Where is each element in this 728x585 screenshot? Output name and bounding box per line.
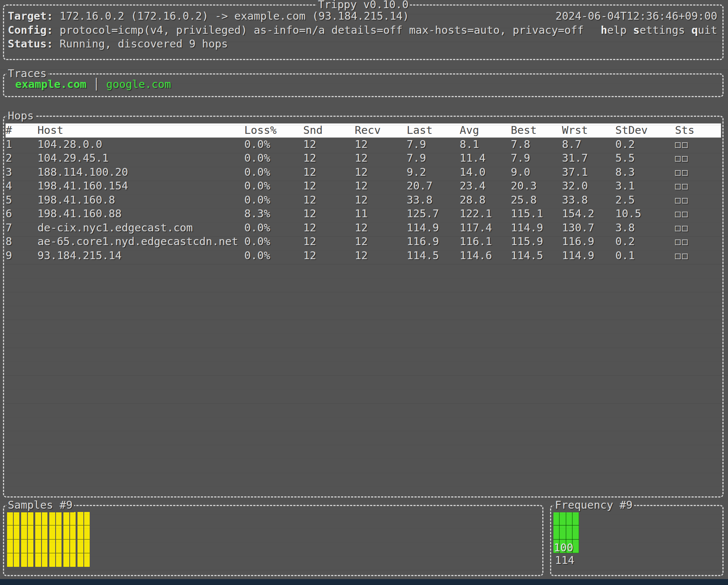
hop-cell-avg: 117.4 — [460, 221, 511, 235]
hop-cell-host: 93.184.215.14 — [37, 249, 244, 263]
trace-tab-google-com[interactable]: google.com — [106, 78, 171, 90]
hop-cell-avg: 14.0 — [460, 165, 511, 179]
clock-timestamp: 2024-06-04T12:36:46+09:00 — [556, 9, 718, 23]
hop-cell-recv: 11 — [355, 207, 407, 221]
hop-cell-snd: 12 — [303, 179, 355, 193]
hop-cell-loss: 0.0% — [244, 151, 303, 165]
hop-cell-num: 2 — [6, 151, 37, 165]
menu-item-help[interactable]: help — [601, 24, 627, 36]
hop-cell-best: 114.5 — [511, 249, 562, 263]
hop-cell-host: de-cix.nyc1.edgecast.com — [37, 221, 244, 235]
hop-cell-host: ae-65.core1.nyd.edgecastcdn.net — [37, 235, 244, 249]
frequency-bar-value: 100 — [554, 541, 573, 555]
hop-cell-snd: 12 — [303, 249, 355, 263]
sample-bar — [21, 512, 27, 567]
hop-cell-best: 114.9 — [511, 221, 562, 235]
hop-row[interactable]: 8ae-65.core1.nyd.edgecastcdn.net0.0%1212… — [6, 235, 721, 249]
hop-cell-sts: □□ — [675, 249, 721, 263]
hop-cell-wrst: 8.7 — [562, 138, 615, 152]
hop-cell-num: 5 — [6, 193, 37, 207]
hops-table-body: 1104.28.0.00.0%12127.98.17.88.70.2□□2104… — [6, 138, 721, 263]
hop-cell-snd: 12 — [303, 193, 355, 207]
hop-cell-wrst: 33.8 — [562, 193, 615, 207]
sample-bar — [49, 512, 55, 567]
menu: helpsettingsquit — [594, 23, 717, 37]
sample-bar — [70, 512, 76, 567]
hop-cell-recv: 12 — [355, 165, 407, 179]
hop-cell-wrst: 116.9 — [562, 235, 615, 249]
hop-cell-sts: □□ — [675, 221, 721, 235]
hop-row[interactable]: 1104.28.0.00.0%12127.98.17.88.70.2□□ — [6, 138, 721, 152]
hop-cell-stdev: 8.3 — [615, 165, 675, 179]
sample-bar — [63, 512, 69, 567]
frequency-bar-label: 114 — [553, 553, 720, 568]
hops-table-header: # Host Loss% Snd Recv Last Avg Best Wrst… — [6, 123, 721, 138]
hop-row[interactable]: 4198.41.160.1540.0%121220.723.420.332.03… — [6, 179, 721, 193]
hop-row[interactable]: 6198.41.160.888.3%1211125.7122.1115.1154… — [6, 207, 721, 221]
hop-cell-recv: 12 — [355, 249, 407, 263]
trace-tab-separator: │ — [93, 78, 99, 90]
hop-cell-loss: 0.0% — [244, 165, 303, 179]
config-label: Config: — [8, 24, 53, 36]
hop-row[interactable]: 5198.41.160.80.0%121233.828.825.833.82.5… — [6, 193, 721, 207]
hop-cell-sts: □□ — [675, 235, 721, 249]
config-value: protocol=icmp(v4, privileged) as-info=n/… — [60, 24, 584, 36]
frequency-panel-title: Frequency #9 — [553, 498, 634, 512]
hop-cell-recv: 12 — [355, 193, 407, 207]
hop-cell-num: 4 — [6, 179, 37, 193]
hop-cell-stdev: 3.8 — [615, 221, 675, 235]
col-header-last: Last — [407, 123, 460, 138]
status-value: Running, discovered 9 hops — [60, 37, 228, 50]
status-label: Status: — [8, 37, 53, 50]
hop-cell-best: 115.9 — [511, 235, 562, 249]
hop-cell-snd: 12 — [303, 207, 355, 221]
app-title: Trippy v0.10.0 — [317, 0, 410, 12]
hop-row[interactable]: 993.184.215.140.0%1212114.5114.6114.5114… — [6, 249, 721, 263]
hop-cell-snd: 12 — [303, 235, 355, 249]
hop-row[interactable]: 3188.114.100.200.0%12129.214.09.037.18.3… — [6, 165, 721, 179]
hop-cell-avg: 11.4 — [460, 151, 511, 165]
hop-cell-num: 7 — [6, 221, 37, 235]
hop-cell-num: 1 — [6, 138, 37, 152]
hop-cell-host: 198.41.160.154 — [37, 179, 244, 193]
hop-cell-num: 3 — [6, 165, 37, 179]
hop-cell-num: 6 — [6, 207, 37, 221]
status-row: Status:Running, discovered 9 hops — [8, 37, 719, 51]
hop-row[interactable]: 2104.29.45.10.0%12127.911.47.931.75.5□□ — [6, 151, 721, 165]
hop-cell-stdev: 10.5 — [615, 207, 675, 221]
hop-cell-last: 33.8 — [407, 193, 460, 207]
col-header-num: # — [6, 123, 37, 138]
hop-cell-last: 7.9 — [407, 138, 460, 152]
hop-cell-snd: 12 — [303, 138, 355, 152]
hop-cell-sts: □□ — [675, 165, 721, 179]
hop-cell-sts: □□ — [675, 193, 721, 207]
hop-cell-stdev: 2.5 — [615, 193, 675, 207]
hop-cell-last: 125.7 — [407, 207, 460, 221]
hop-cell-recv: 12 — [355, 138, 407, 152]
hop-cell-host: 198.41.160.88 — [37, 207, 244, 221]
hop-cell-best: 20.3 — [511, 179, 562, 193]
config-row: Config:protocol=icmp(v4, privileged) as-… — [8, 23, 719, 37]
col-header-sts: Sts — [675, 123, 721, 138]
hop-cell-avg: 23.4 — [460, 179, 511, 193]
menu-item-quit[interactable]: quit — [691, 24, 717, 36]
hop-cell-host: 104.28.0.0 — [37, 138, 244, 152]
hop-cell-sts: □□ — [675, 207, 721, 221]
col-header-snd: Snd — [303, 123, 355, 138]
hop-cell-last: 9.2 — [407, 165, 460, 179]
col-header-recv: Recv — [355, 123, 407, 138]
target-label: Target: — [8, 10, 53, 22]
samples-chart — [7, 512, 539, 568]
hop-cell-stdev: 0.2 — [615, 235, 675, 249]
hop-cell-best: 7.8 — [511, 138, 562, 152]
sample-bar — [28, 512, 34, 567]
hop-cell-loss: 8.3% — [244, 207, 303, 221]
hop-cell-loss: 0.0% — [244, 235, 303, 249]
hop-cell-loss: 0.0% — [244, 138, 303, 152]
menu-item-settings[interactable]: settings — [633, 24, 685, 36]
sample-bar — [84, 512, 90, 567]
hop-row[interactable]: 7de-cix.nyc1.edgecast.com0.0%1212114.911… — [6, 221, 721, 235]
hop-cell-loss: 0.0% — [244, 221, 303, 235]
hop-cell-loss: 0.0% — [244, 193, 303, 207]
col-header-host: Host — [37, 123, 244, 138]
